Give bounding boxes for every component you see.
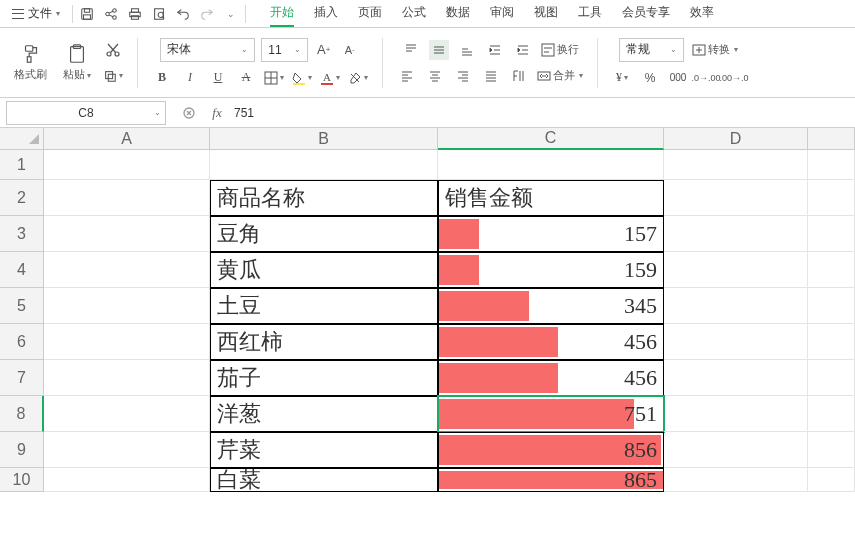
select-all-corner[interactable] xyxy=(0,128,44,150)
cell[interactable] xyxy=(44,288,210,324)
tab-data[interactable]: 数据 xyxy=(446,0,470,27)
cell[interactable] xyxy=(44,216,210,252)
cell-amount[interactable]: 856 xyxy=(438,432,664,468)
cell-product-name[interactable]: 洋葱 xyxy=(210,396,438,432)
cell[interactable] xyxy=(44,432,210,468)
increase-decimal-icon[interactable]: .00→.0 xyxy=(724,68,744,88)
name-box[interactable]: C8 ⌄ xyxy=(6,101,166,125)
align-bottom-icon[interactable] xyxy=(457,40,477,60)
cell[interactable] xyxy=(664,396,808,432)
row-header[interactable]: 6 xyxy=(0,324,44,360)
cell[interactable] xyxy=(438,150,664,180)
print-preview-icon[interactable] xyxy=(151,6,167,22)
number-format-select[interactable]: 常规⌄ xyxy=(619,38,684,62)
merge-button[interactable]: 合并 xyxy=(537,66,583,86)
cell[interactable] xyxy=(808,252,855,288)
tab-start[interactable]: 开始 xyxy=(270,0,294,27)
row-header[interactable]: 4 xyxy=(0,252,44,288)
align-justify-icon[interactable] xyxy=(481,66,501,86)
cell-amount[interactable]: 456 xyxy=(438,324,664,360)
cell[interactable] xyxy=(808,468,855,492)
cell[interactable] xyxy=(664,252,808,288)
cell[interactable] xyxy=(808,360,855,396)
bold-icon[interactable]: B xyxy=(152,68,172,88)
cell-amount-selected[interactable]: 751 xyxy=(438,396,664,432)
cell-product-name[interactable]: 茄子 xyxy=(210,360,438,396)
currency-icon[interactable]: ¥ xyxy=(612,68,632,88)
align-left-icon[interactable] xyxy=(397,66,417,86)
col-header-A[interactable]: A xyxy=(44,128,210,150)
col-header-B[interactable]: B xyxy=(210,128,438,150)
cell[interactable] xyxy=(44,396,210,432)
cell[interactable] xyxy=(664,360,808,396)
print-icon[interactable] xyxy=(127,6,143,22)
row-header[interactable]: 7 xyxy=(0,360,44,396)
formula-input[interactable]: 751 xyxy=(226,106,855,120)
decrease-font-icon[interactable]: A- xyxy=(340,40,360,60)
cell[interactable] xyxy=(808,324,855,360)
cell-amount[interactable]: 345 xyxy=(438,288,664,324)
cell[interactable] xyxy=(210,150,438,180)
format-brush-button[interactable]: 格式刷 xyxy=(10,41,51,84)
cell[interactable] xyxy=(44,360,210,396)
row-header[interactable]: 2 xyxy=(0,180,44,216)
font-color-icon[interactable]: A xyxy=(320,68,340,88)
tab-view[interactable]: 视图 xyxy=(534,0,558,27)
tab-member[interactable]: 会员专享 xyxy=(622,0,670,27)
cell-product-name[interactable]: 芹菜 xyxy=(210,432,438,468)
share-icon[interactable] xyxy=(103,6,119,22)
row-header[interactable]: 10 xyxy=(0,468,44,492)
row-header[interactable]: 5 xyxy=(0,288,44,324)
cell[interactable] xyxy=(664,432,808,468)
percent-icon[interactable]: % xyxy=(640,68,660,88)
wrap-text-button[interactable]: 换行 xyxy=(541,40,579,60)
redo-icon[interactable] xyxy=(199,6,215,22)
align-center-icon[interactable] xyxy=(425,66,445,86)
increase-font-icon[interactable]: A+ xyxy=(314,40,334,60)
fx-icon[interactable]: fx xyxy=(208,104,226,122)
cell[interactable] xyxy=(664,324,808,360)
cell-product-name[interactable]: 土豆 xyxy=(210,288,438,324)
cell[interactable] xyxy=(808,216,855,252)
tab-formula[interactable]: 公式 xyxy=(402,0,426,27)
indent-increase-icon[interactable] xyxy=(513,40,533,60)
decrease-decimal-icon[interactable]: .0→.00 xyxy=(696,68,716,88)
tab-review[interactable]: 审阅 xyxy=(490,0,514,27)
clear-format-icon[interactable] xyxy=(348,68,368,88)
cell-product-name[interactable]: 豆角 xyxy=(210,216,438,252)
cell-amount[interactable]: 157 xyxy=(438,216,664,252)
col-header-C[interactable]: C xyxy=(438,128,664,150)
orientation-icon[interactable] xyxy=(509,66,529,86)
align-top-icon[interactable] xyxy=(401,40,421,60)
tab-insert[interactable]: 插入 xyxy=(314,0,338,27)
qat-more-icon[interactable]: ⌄ xyxy=(223,6,239,22)
convert-button[interactable]: 转换 xyxy=(692,40,738,60)
row-header[interactable]: 1 xyxy=(0,150,44,180)
tab-page[interactable]: 页面 xyxy=(358,0,382,27)
cell[interactable] xyxy=(808,180,855,216)
cell[interactable] xyxy=(664,288,808,324)
cell[interactable] xyxy=(808,288,855,324)
align-right-icon[interactable] xyxy=(453,66,473,86)
row-header[interactable]: 3 xyxy=(0,216,44,252)
paste-button[interactable]: 粘贴 xyxy=(59,41,95,84)
font-family-select[interactable]: 宋体⌄ xyxy=(160,38,255,62)
tab-efficiency[interactable]: 效率 xyxy=(690,0,714,27)
cell[interactable] xyxy=(664,150,808,180)
fill-color-icon[interactable] xyxy=(292,68,312,88)
cell[interactable] xyxy=(664,180,808,216)
file-menu[interactable]: 文件 ▾ xyxy=(6,3,66,24)
cut-icon[interactable] xyxy=(103,40,123,60)
col-header-next[interactable] xyxy=(808,128,855,150)
copy-icon[interactable] xyxy=(103,66,123,86)
cell-amount[interactable]: 456 xyxy=(438,360,664,396)
cell[interactable] xyxy=(44,252,210,288)
italic-icon[interactable]: I xyxy=(180,68,200,88)
col-header-D[interactable]: D xyxy=(664,128,808,150)
cell[interactable] xyxy=(44,468,210,492)
save-icon[interactable] xyxy=(79,6,95,22)
cell-product-name[interactable]: 白菜 xyxy=(210,468,438,492)
cell-header-name[interactable]: 商品名称 xyxy=(210,180,438,216)
indent-decrease-icon[interactable] xyxy=(485,40,505,60)
cell[interactable] xyxy=(44,324,210,360)
